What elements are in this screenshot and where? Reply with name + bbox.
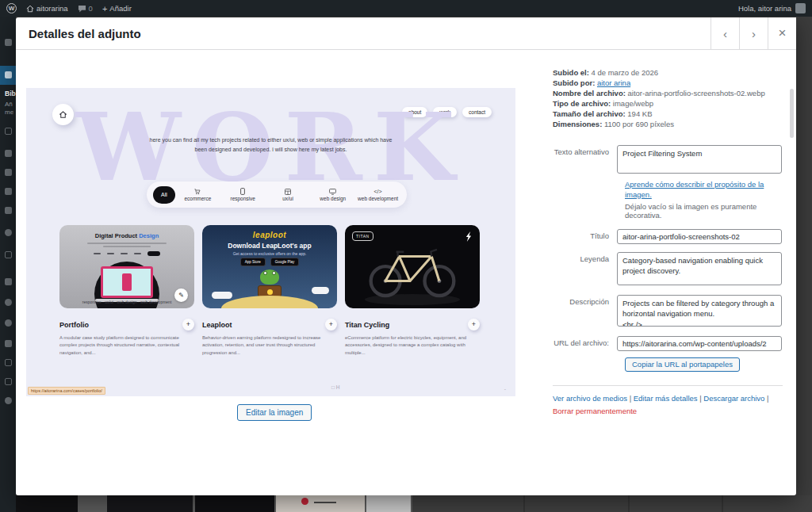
- thumb-heading: Download LeapLoot's app: [202, 242, 337, 250]
- cart-icon: [194, 189, 201, 195]
- pages-icon[interactable]: [5, 128, 12, 135]
- pencil-icon: ✎: [174, 288, 188, 302]
- modal-title: Detalles del adjunto: [16, 27, 141, 40]
- media-thumbnail[interactable]: [195, 495, 274, 512]
- title-field[interactable]: [617, 229, 782, 244]
- tools-wrench-icon[interactable]: [5, 340, 12, 347]
- link-status-tooltip: https://aitorarina.com/cases/portfolio/: [28, 387, 105, 395]
- meta-file-size: Tamaño del archivo: 194 KB: [553, 109, 796, 119]
- card-title: Titan Cycling: [345, 321, 389, 329]
- close-icon[interactable]: ×: [768, 17, 796, 49]
- site-menu[interactable]: aitorarina: [26, 4, 68, 13]
- preview-intro-text: here you can find all my tech projects r…: [26, 136, 515, 154]
- pin-icon[interactable]: [5, 278, 12, 285]
- modal-body: about work contact WORK here you can fin…: [16, 51, 796, 495]
- filter-ecommerce: ecommerce: [175, 189, 220, 201]
- appstore-badge: App Store: [240, 258, 266, 266]
- wp-logo-menu[interactable]: W: [6, 3, 17, 13]
- sidebar-subitem-add-label-2[interactable]: me: [5, 109, 13, 116]
- attachment-details-panel: Subido el: 4 de marzo de 2026 Subido por…: [523, 51, 796, 495]
- attachment-meta: Subido el: 4 de marzo de 2026 Subido por…: [553, 67, 796, 129]
- monitor-icon: [329, 189, 336, 195]
- media-thumbnail[interactable]: [366, 495, 411, 512]
- plugin-box-icon[interactable]: [5, 378, 12, 385]
- comments-count: 0: [89, 4, 93, 13]
- filter-web-development: </> web development: [355, 189, 400, 201]
- uploader-link[interactable]: aitor arina: [597, 78, 630, 87]
- new-content-menu[interactable]: + Añadir: [102, 4, 132, 13]
- attachment-details-modal: Detalles del adjunto ‹ › × about work co…: [16, 17, 796, 495]
- previous-attachment-button[interactable]: ‹: [710, 17, 739, 49]
- thumb-heading: Digital Product Design: [59, 232, 194, 239]
- meta-uploaded-by: Subido por: aitor arina: [553, 78, 796, 88]
- titan-thumbnail: TITAN: [345, 225, 480, 308]
- comments-menu[interactable]: 0: [78, 4, 93, 13]
- edit-more-details-link[interactable]: Editar más detalles: [634, 394, 698, 403]
- users-icon[interactable]: [5, 319, 12, 327]
- wp-admin-bar: W aitorarina 0 + Añadir Hola, aitor arin…: [0, 0, 812, 17]
- title-label: Título: [523, 229, 617, 244]
- media-thumbnail[interactable]: [107, 495, 193, 512]
- sidebar-item-library-label[interactable]: Bib: [5, 90, 16, 97]
- card-title: Portfolio: [59, 321, 89, 329]
- pin-icon[interactable]: [5, 150, 12, 157]
- code-icon: </>: [374, 189, 382, 195]
- appearance-icon[interactable]: [5, 299, 12, 306]
- leaploot-thumbnail: leaploot Download LeapLoot's app Get acc…: [202, 225, 337, 308]
- comment-bubble-icon: [78, 5, 86, 13]
- googleplay-badge: Google Play: [270, 258, 300, 266]
- panel-divider: [553, 385, 783, 386]
- pin-icon[interactable]: [5, 169, 12, 176]
- view-media-file-link[interactable]: Ver archivo de medios: [553, 394, 627, 403]
- pin-icon[interactable]: [5, 188, 12, 195]
- description-label: Descripción: [523, 295, 617, 328]
- filter-uxui: ux/ui: [266, 189, 311, 201]
- sidebar-item-media-active[interactable]: [0, 66, 16, 85]
- edit-image-button[interactable]: Editar la imagen: [237, 404, 312, 421]
- grid-icon[interactable]: [5, 251, 12, 258]
- phone-icon: [240, 188, 245, 195]
- meta-dimensions: Dimensiones: 1100 por 690 píxeles: [553, 119, 796, 129]
- portfolio-thumbnail: Digital Product Design responsive · ux/u…: [59, 225, 194, 308]
- leaploot-logo: leaploot: [202, 231, 337, 239]
- settings-icon[interactable]: [5, 359, 12, 366]
- comments-icon[interactable]: [5, 229, 12, 236]
- project-card-titan: TITAN Titan Cycling: [345, 225, 480, 357]
- copy-url-button[interactable]: Copiar la URL al portapapeles: [625, 357, 740, 372]
- expand-plus-icon: +: [182, 319, 194, 331]
- download-file-link[interactable]: Descargar archivo: [703, 394, 764, 403]
- account-greeting[interactable]: Hola, aitor arina: [738, 4, 791, 13]
- meta-file-type: Tipo de archivo: image/webp: [553, 98, 796, 109]
- caption-field[interactable]: Category-based navigation enabling quick…: [617, 252, 782, 285]
- panel-scrollbar[interactable]: [790, 89, 794, 138]
- filter-responsive: responsive: [220, 188, 266, 201]
- pin-icon[interactable]: [5, 207, 12, 214]
- sidebar-subitem-add-label[interactable]: Añ: [5, 101, 13, 108]
- alt-help-text: Déjalo vacío si la imagen es puramente d…: [625, 202, 790, 220]
- alt-text-field[interactable]: Project Filtering System: [617, 145, 782, 174]
- layout-grid-icon: [285, 189, 291, 195]
- media-library-icon: [5, 71, 12, 78]
- description-field[interactable]: Projects can be filtered by category thr…: [617, 295, 782, 327]
- attachment-actions: Ver archivo de medios | Editar más detal…: [553, 392, 783, 418]
- card-description: Behavior-driven earning platform redesig…: [202, 334, 337, 357]
- partial-element: -: [504, 386, 506, 392]
- caption-label: Leyenda: [523, 252, 617, 287]
- file-url-field[interactable]: [617, 336, 782, 351]
- alt-help: Aprende cómo describir el propósito de l…: [625, 180, 790, 201]
- bicycle-image: [362, 239, 462, 301]
- next-attachment-button[interactable]: ›: [739, 17, 768, 49]
- alt-text-label: Texto alternativo: [523, 145, 617, 175]
- file-url-label: URL del archivo:: [523, 336, 617, 351]
- pin-icon[interactable]: [5, 39, 12, 46]
- media-thumbnail[interactable]: [276, 495, 365, 512]
- filter-all-pill: All: [153, 186, 175, 204]
- alt-help-link[interactable]: Aprende cómo describir el propósito de l…: [625, 180, 764, 199]
- thumbnail-red-dot: [301, 498, 308, 505]
- delete-permanently-link[interactable]: Borrar permanentemente: [553, 407, 637, 415]
- thumb-tags: responsive · ux/ui · web design · web de…: [59, 300, 194, 304]
- overlay-shaded-grid: [412, 495, 812, 512]
- avatar[interactable]: [795, 3, 806, 13]
- media-thumbnail[interactable]: [16, 495, 78, 512]
- collapse-menu-icon[interactable]: [5, 397, 12, 404]
